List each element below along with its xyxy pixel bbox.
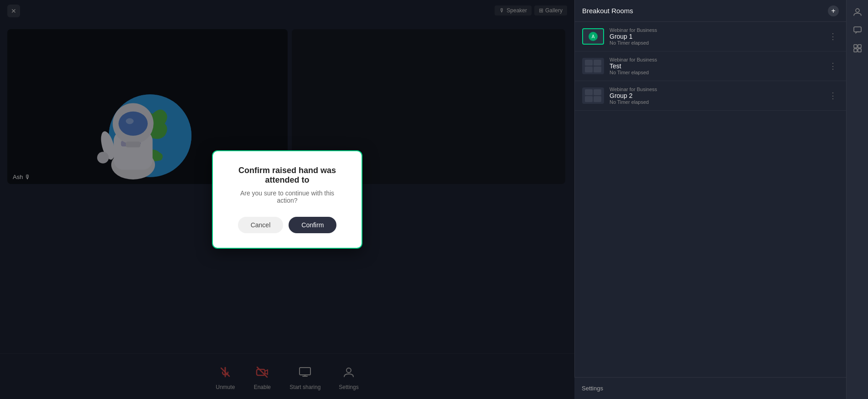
breakout-rooms-title: Breakout Rooms [582, 7, 633, 15]
room-more-group1[interactable]: ⋮ [827, 30, 839, 43]
room-thumb-group1: A [582, 28, 604, 45]
right-panel: Breakout Rooms + A Webinar for Business … [574, 0, 868, 399]
room-info-group2: Webinar for Business Group 2 No Timer el… [610, 87, 822, 105]
room-name-test: Test [610, 62, 822, 70]
modal-title: Confirm raised hand was attended to [231, 166, 343, 185]
room-thumb-grid-group2 [585, 89, 601, 102]
breakout-header: Breakout Rooms + [575, 0, 846, 22]
room-name-group2: Group 2 [610, 92, 822, 99]
modal-actions: Cancel Confirm [231, 217, 343, 233]
breakout-rooms-panel: Breakout Rooms + A Webinar for Business … [574, 0, 846, 399]
icon-strip [846, 0, 868, 399]
svg-rect-22 [854, 27, 861, 32]
modal-body: Are you sure to continue with this actio… [231, 189, 343, 204]
cancel-button[interactable]: Cancel [238, 217, 284, 233]
room-thumb-group2 [582, 87, 604, 104]
settings-bar: Settings [574, 377, 846, 399]
modal-overlay: Confirm raised hand was attended to Are … [0, 0, 574, 399]
room-name-group1: Group 1 [610, 33, 822, 40]
svg-rect-26 [858, 49, 861, 52]
room-timer-test: No Timer elapsed [610, 70, 822, 75]
room-item-test[interactable]: Webinar for Business Test No Timer elaps… [575, 51, 846, 81]
person-strip-icon[interactable] [849, 4, 866, 20]
room-more-group2[interactable]: ⋮ [827, 89, 839, 102]
room-business-group1: Webinar for Business [610, 27, 822, 33]
room-thumb-grid-test [585, 60, 601, 72]
room-timer-group1: No Timer elapsed [610, 40, 822, 46]
svg-rect-24 [858, 45, 861, 48]
settings-bar-label: Settings [582, 385, 603, 392]
add-room-button[interactable]: + [828, 5, 839, 16]
chat-strip-icon[interactable] [849, 22, 866, 38]
svg-rect-23 [854, 45, 857, 48]
svg-point-21 [856, 9, 859, 12]
room-timer-group2: No Timer elapsed [610, 99, 822, 105]
confirm-button[interactable]: Confirm [289, 217, 336, 233]
svg-rect-25 [854, 49, 857, 52]
main-video-area: ✕ 🎙 Speaker ⊞ Gallery [0, 0, 574, 399]
room-item-group2[interactable]: Webinar for Business Group 2 No Timer el… [575, 81, 846, 111]
room-business-test: Webinar for Business [610, 57, 822, 62]
room-info-test: Webinar for Business Test No Timer elaps… [610, 57, 822, 75]
grid-strip-icon[interactable] [849, 40, 866, 56]
room-avatar-group1: A [589, 32, 598, 41]
room-item-group1[interactable]: A Webinar for Business Group 1 No Timer … [575, 22, 846, 51]
confirm-modal: Confirm raised hand was attended to Are … [212, 150, 362, 249]
room-business-group2: Webinar for Business [610, 87, 822, 92]
room-info-group1: Webinar for Business Group 1 No Timer el… [610, 27, 822, 46]
room-thumb-test [582, 58, 604, 74]
room-more-test[interactable]: ⋮ [827, 59, 839, 73]
